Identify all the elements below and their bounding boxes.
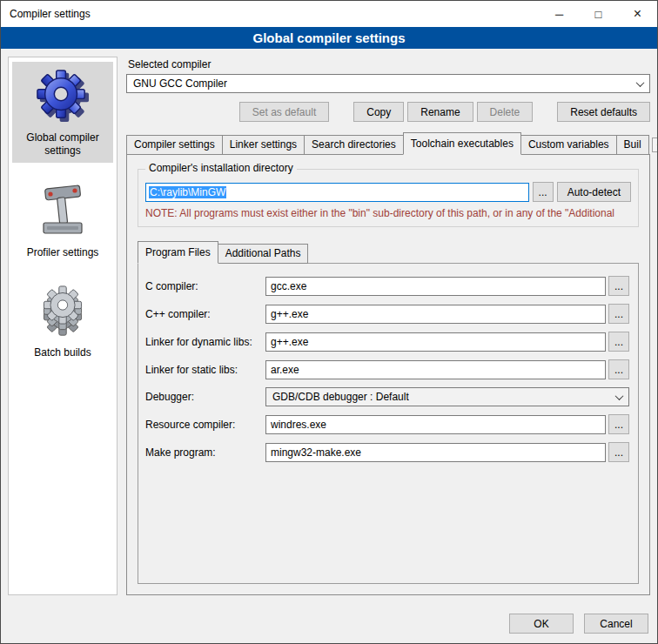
c-compiler-row: C compiler: ... xyxy=(145,276,629,296)
maximize-button[interactable]: □ xyxy=(579,1,618,27)
cpp-compiler-label: C++ compiler: xyxy=(145,308,265,320)
set-as-default-button[interactable]: Set as default xyxy=(239,102,329,122)
minimize-button[interactable]: ─ xyxy=(540,1,579,27)
static-linker-label: Linker for static libs: xyxy=(145,364,265,376)
tab-scroll-arrows: ◄ ► xyxy=(648,138,658,152)
main-content: Selected compiler GNU GCC Compiler Set a… xyxy=(126,57,650,595)
profiler-settings-icon xyxy=(38,184,87,240)
browse-button[interactable]: ... xyxy=(608,359,629,379)
copy-button[interactable]: Copy xyxy=(353,102,404,122)
resource-compiler-row: Resource compiler: ... xyxy=(145,414,629,434)
static-linker-input[interactable] xyxy=(265,360,606,379)
cancel-button[interactable]: Cancel xyxy=(584,614,648,634)
tab-custom-variables[interactable]: Custom variables xyxy=(520,135,617,155)
installation-directory-legend: Compiler's installation directory xyxy=(145,162,297,174)
chevron-down-icon xyxy=(611,394,622,400)
cpp-compiler-row: C++ compiler: ... xyxy=(145,304,629,324)
installation-directory-value: C:\raylib\MinGW xyxy=(149,186,226,198)
sidebar-item-batch-builds[interactable]: Batch builds xyxy=(12,278,113,365)
delete-button[interactable]: Delete xyxy=(477,102,534,122)
close-button[interactable]: × xyxy=(618,1,657,27)
tab-program-files[interactable]: Program Files xyxy=(138,241,218,264)
tab-additional-paths[interactable]: Additional Paths xyxy=(218,244,309,264)
sidebar-item-label: Batch builds xyxy=(34,346,91,359)
dynamic-linker-label: Linker for dynamic libs: xyxy=(145,336,265,348)
installation-note: NOTE: All programs must exist either in … xyxy=(145,207,631,219)
make-program-row: Make program: ... xyxy=(145,442,629,462)
make-program-label: Make program: xyxy=(145,446,265,459)
tab-scroll-left-icon[interactable]: ◄ xyxy=(652,138,658,152)
debugger-value: GDB/CDB debugger : Default xyxy=(272,391,409,403)
selected-compiler-value: GNU GCC Compiler xyxy=(133,77,227,90)
selected-compiler-dropdown[interactable]: GNU GCC Compiler xyxy=(126,74,650,93)
program-files-panel: C compiler: ... C++ compiler: ... xyxy=(138,263,639,584)
dynamic-linker-input[interactable] xyxy=(265,332,606,352)
reset-defaults-button[interactable]: Reset defaults xyxy=(557,102,650,122)
tab-build-options[interactable]: Buil xyxy=(616,135,649,155)
tab-linker-settings[interactable]: Linker settings xyxy=(222,135,305,155)
c-compiler-label: C compiler: xyxy=(145,280,265,292)
make-program-input[interactable] xyxy=(265,443,606,462)
settings-category-list: Global compiler settings xyxy=(8,57,118,595)
page-title: Global compiler settings xyxy=(1,27,657,49)
program-files-tabbar: Program Files Additional Paths xyxy=(138,241,639,264)
browse-button[interactable]: ... xyxy=(608,442,629,462)
auto-detect-button[interactable]: Auto-detect xyxy=(557,182,631,202)
tab-toolchain-executables[interactable]: Toolchain executables xyxy=(403,132,521,155)
settings-tabbar: Compiler settings Linker settings Search… xyxy=(126,132,650,155)
sidebar-item-global-compiler-settings[interactable]: Global compiler settings xyxy=(12,62,113,163)
ok-button[interactable]: OK xyxy=(509,614,574,634)
installation-directory-row: C:\raylib\MinGW ... Auto-detect xyxy=(145,182,631,202)
browse-button[interactable]: ... xyxy=(608,332,629,352)
compiler-settings-dialog: Compiler settings ─ □ × Global compiler … xyxy=(0,0,658,644)
chevron-down-icon xyxy=(632,81,643,87)
resource-compiler-input[interactable] xyxy=(265,415,606,434)
rename-button[interactable]: Rename xyxy=(407,102,473,122)
sidebar-item-label: Profiler settings xyxy=(27,246,99,259)
dialog-body: Global compiler settings xyxy=(1,49,657,604)
toolchain-executables-panel: Compiler's installation directory C:\ray… xyxy=(126,154,650,595)
sidebar-item-profiler-settings[interactable]: Profiler settings xyxy=(12,177,113,265)
debugger-label: Debugger: xyxy=(145,391,265,403)
browse-button[interactable]: ... xyxy=(608,414,629,434)
resource-compiler-label: Resource compiler: xyxy=(145,419,265,431)
debugger-dropdown[interactable]: GDB/CDB debugger : Default xyxy=(265,387,629,406)
sidebar-item-label: Global compiler settings xyxy=(14,131,111,158)
browse-button[interactable]: ... xyxy=(608,276,629,296)
caption-buttons: ─ □ × xyxy=(540,1,657,27)
dialog-footer: OK Cancel xyxy=(1,604,657,643)
browse-directory-button[interactable]: ... xyxy=(533,182,554,202)
selected-compiler-label: Selected compiler xyxy=(128,58,650,70)
global-compiler-settings-icon xyxy=(36,69,90,125)
debugger-row: Debugger: GDB/CDB debugger : Default xyxy=(145,387,629,406)
batch-builds-icon xyxy=(37,285,89,340)
tab-search-directories[interactable]: Search directories xyxy=(304,135,404,155)
installation-directory-input[interactable]: C:\raylib\MinGW xyxy=(145,183,529,202)
installation-directory-groupbox: Compiler's installation directory C:\ray… xyxy=(138,169,639,227)
browse-button[interactable]: ... xyxy=(608,304,629,324)
static-linker-row: Linker for static libs: ... xyxy=(145,359,629,379)
window-title: Compiler settings xyxy=(10,8,91,20)
tab-compiler-settings[interactable]: Compiler settings xyxy=(126,135,223,155)
cpp-compiler-input[interactable] xyxy=(265,305,606,324)
c-compiler-input[interactable] xyxy=(265,277,606,296)
titlebar: Compiler settings ─ □ × xyxy=(1,1,657,27)
dynamic-linker-row: Linker for dynamic libs: ... xyxy=(145,332,629,352)
compiler-action-buttons: Set as default Copy Rename Delete Reset … xyxy=(126,102,650,122)
